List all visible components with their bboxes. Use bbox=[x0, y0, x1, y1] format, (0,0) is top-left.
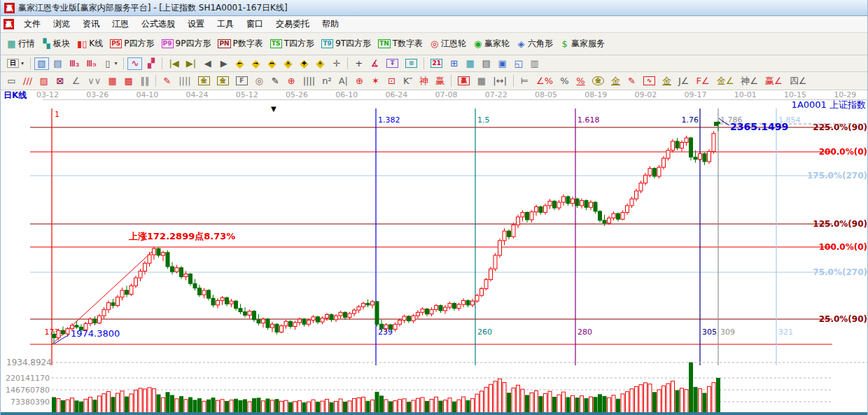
v-line-tool[interactable]: ∨∨ bbox=[85, 75, 104, 87]
prev-button[interactable]: ◀ bbox=[200, 57, 215, 70]
fit-tool[interactable]: ◆✳ bbox=[313, 57, 328, 70]
zoom-left-tool[interactable]: ◆← bbox=[232, 57, 247, 70]
info-tool[interactable]: ▤ bbox=[50, 57, 65, 70]
last-button[interactable]: ▶| bbox=[183, 57, 199, 70]
menu-item[interactable]: 交易委托 bbox=[270, 16, 316, 32]
ruler-tool[interactable]: |||| bbox=[300, 75, 318, 87]
ying-box-tool[interactable]: 赢 bbox=[455, 75, 472, 87]
crosshair-tool[interactable]: + bbox=[351, 57, 366, 70]
target-tool[interactable]: ⊕ bbox=[352, 75, 367, 87]
pattern-tool[interactable]: ▧ bbox=[34, 57, 49, 70]
notes-tool[interactable]: ▤ bbox=[479, 57, 493, 70]
pan-tool[interactable]: ✛ bbox=[329, 57, 344, 70]
winner-wheel-button[interactable]: ◉赢家轮 bbox=[470, 36, 512, 51]
capture-tool[interactable]: ◱ bbox=[511, 57, 526, 70]
calculator-tool[interactable]: ⊞ bbox=[447, 57, 461, 70]
k-quote-tool[interactable]: K″ bbox=[400, 75, 415, 87]
fractal-tool[interactable]: ∿ bbox=[127, 57, 142, 70]
gold-box2-tool[interactable]: 金 bbox=[214, 75, 232, 87]
gold-circle-tool[interactable]: 金 bbox=[589, 75, 607, 87]
angle-line-tool[interactable]: ∠ bbox=[69, 75, 83, 87]
circle-cross-tool[interactable]: ⊕ bbox=[284, 75, 299, 87]
shen-angle-tool[interactable]: 神∠ bbox=[738, 75, 761, 87]
chart-area[interactable]: 03-1203-2604-1004-2405-1205-2606-1006-24… bbox=[1, 90, 868, 415]
wave-tool[interactable]: ≋ bbox=[402, 57, 420, 69]
calendar-tool[interactable]: 21 bbox=[428, 57, 445, 69]
pen-candle-tool[interactable]: ✎ bbox=[624, 75, 639, 87]
next-button[interactable]: ▶ bbox=[216, 57, 231, 70]
ying-angle-tool[interactable]: 赢∠ bbox=[762, 75, 785, 87]
compress-tool[interactable]: ◆✕ bbox=[281, 57, 295, 70]
print-tool[interactable]: ▥ bbox=[527, 57, 542, 70]
gann-wheel-button[interactable]: ◎江恩轮 bbox=[427, 36, 469, 51]
wave-box-tool[interactable]: ∿ bbox=[640, 75, 658, 87]
percent-bars-tool[interactable]: ⊨ bbox=[517, 75, 532, 87]
p-square-button[interactable]: PSP四方形 bbox=[107, 36, 157, 51]
text-tool[interactable]: Ŧ bbox=[384, 57, 401, 69]
kline-button[interactable]: ▮▯K线 bbox=[74, 36, 106, 51]
gold-angle-tool[interactable]: 金∠ bbox=[714, 75, 737, 87]
f-grid-tool[interactable]: F bbox=[233, 75, 251, 87]
grid-box-tool[interactable]: ▩ bbox=[121, 75, 136, 87]
menu-item[interactable]: 江恩 bbox=[106, 16, 135, 32]
ying-tool[interactable]: 赢 bbox=[433, 75, 447, 87]
shen-tool[interactable]: 神 bbox=[416, 75, 431, 87]
hexagon-button[interactable]: ◈六角形 bbox=[514, 36, 556, 51]
a-line-tool[interactable]: A| bbox=[336, 75, 351, 87]
percent-line-tool[interactable]: % bbox=[573, 75, 588, 87]
parallel-tool[interactable]: ∥∥ bbox=[137, 75, 152, 87]
t-square-button[interactable]: TST四方形 bbox=[267, 36, 317, 51]
j-angle-tool[interactable]: J∠ bbox=[676, 75, 692, 87]
p9-square-button[interactable]: P99P四方形 bbox=[159, 36, 214, 51]
star-grid-tool[interactable]: ✶ bbox=[368, 75, 383, 87]
restore-tool[interactable]: ◆✚ bbox=[297, 57, 312, 70]
save-tool[interactable]: ▣ bbox=[495, 57, 510, 70]
n2-tool[interactable]: n² bbox=[319, 75, 334, 87]
period-button[interactable]: 日▾ bbox=[4, 57, 27, 69]
angle-percent-tool[interactable]: ∠% bbox=[533, 75, 556, 87]
quotes-button[interactable]: ▦行情 bbox=[4, 36, 38, 51]
box-x-tool[interactable]: ⊠ bbox=[52, 75, 67, 87]
spiral-tool[interactable]: ◎ bbox=[252, 75, 267, 87]
menu-item[interactable]: 文件 bbox=[18, 16, 47, 32]
bars3-tool[interactable]: Ⅲ₃ bbox=[66, 57, 82, 70]
t9-square-button[interactable]: T99T四方形 bbox=[318, 36, 374, 51]
menu-item[interactable]: 资讯 bbox=[76, 16, 106, 32]
p-number-button[interactable]: PNP数字表 bbox=[215, 36, 265, 51]
menu-item[interactable]: 设置 bbox=[181, 16, 211, 32]
grid2-tool[interactable]: ▦ bbox=[474, 75, 489, 87]
fan-box-tool[interactable]: ▨ bbox=[36, 75, 51, 87]
box-target-tool[interactable]: ⊡ bbox=[384, 75, 399, 87]
pen-tool[interactable]: ✎ bbox=[160, 75, 174, 87]
candle-body bbox=[635, 191, 638, 199]
four-angle-tool[interactable]: 四∠ bbox=[787, 75, 810, 87]
menu-item[interactable]: 窗口 bbox=[240, 16, 270, 32]
count-lines-tool[interactable]: |||| bbox=[176, 75, 194, 87]
first-button[interactable]: |◀ bbox=[166, 57, 181, 70]
pen2-tool[interactable]: ✎ bbox=[268, 75, 283, 87]
t-number-button[interactable]: TNT数字表 bbox=[375, 36, 426, 51]
color-bar-tool[interactable]: ▞ bbox=[144, 57, 158, 70]
gold-line-tool[interactable]: 金 bbox=[608, 75, 623, 87]
expand-tool[interactable]: ◆↔ bbox=[265, 57, 279, 70]
fan-tool[interactable]: /// bbox=[20, 75, 35, 87]
candle-style-tool[interactable]: ▯▾ bbox=[100, 57, 120, 70]
rect-tool[interactable]: ▭ bbox=[4, 75, 19, 87]
menu-item[interactable]: 浏览 bbox=[47, 16, 76, 32]
gold-box-tool[interactable]: 金 bbox=[195, 75, 213, 87]
menu-item[interactable]: 公式选股 bbox=[135, 16, 181, 32]
gold-red-tool[interactable]: 金 bbox=[659, 75, 674, 87]
menu-item[interactable]: 工具 bbox=[211, 16, 240, 32]
angle-tool[interactable]: ∡ bbox=[368, 57, 382, 70]
grid-red-tool[interactable]: ▦ bbox=[105, 75, 120, 87]
sectors-button[interactable]: ▚板块 bbox=[39, 36, 73, 51]
winner-service-button[interactable]: $赢家服务 bbox=[557, 36, 608, 51]
percent-tool[interactable]: % bbox=[557, 75, 572, 87]
table-tool[interactable]: ▦ bbox=[463, 57, 477, 70]
menu-item[interactable]: 帮助 bbox=[316, 16, 345, 32]
width-measure-tool[interactable]: |↔| bbox=[490, 75, 510, 87]
bars9-tool[interactable]: Ⅲ₉ bbox=[83, 57, 99, 70]
f-angle-tool[interactable]: F∠ bbox=[694, 75, 713, 87]
zoom-right-tool[interactable]: ◆→ bbox=[248, 57, 263, 70]
kline-chart-canvas[interactable]: 03-1203-2604-1004-2405-1205-2606-1006-24… bbox=[1, 90, 868, 415]
